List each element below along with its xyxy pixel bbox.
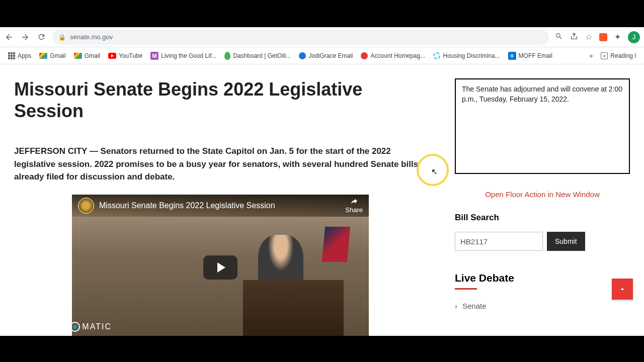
submit-button[interactable]: Submit xyxy=(547,232,585,251)
play-icon xyxy=(217,262,225,273)
reload-button[interactable] xyxy=(36,32,46,42)
live-debate-heading: Live Debate xyxy=(455,272,630,284)
video-channel-logo[interactable] xyxy=(78,198,94,214)
brave-icon[interactable] xyxy=(599,33,607,41)
screencast-watermark: RECORDED WITH SCREENCAST MATIC xyxy=(3,313,112,333)
m-icon: M xyxy=(150,52,158,60)
share-icon[interactable] xyxy=(570,32,578,42)
drop-icon xyxy=(224,52,230,60)
circle-icon xyxy=(299,52,306,59)
video-player[interactable]: Missouri Senate Begins 2022 Legislative … xyxy=(72,195,369,336)
article-lede: JEFFERSON CITY — Senators returned to th… xyxy=(14,145,430,184)
debate-item-senate[interactable]: › Senate xyxy=(455,302,630,310)
apps-icon xyxy=(8,52,15,59)
bill-search-form: Submit xyxy=(455,232,630,251)
profile-avatar[interactable]: J xyxy=(628,31,640,43)
url-text: senate.mo.gov xyxy=(70,33,113,41)
chevron-right-icon: › xyxy=(455,302,457,310)
gmail-icon xyxy=(39,53,47,59)
bookmark-living[interactable]: MLiving the Good Lif... xyxy=(147,50,219,62)
bill-search-heading: Bill Search xyxy=(455,213,630,223)
adjournment-notice: The Senate has adjourned and will conven… xyxy=(455,78,630,174)
bookmark-youtube[interactable]: YouTube xyxy=(105,50,145,61)
lock-icon: 🔒 xyxy=(58,34,66,41)
podium-graphic xyxy=(243,280,344,336)
video-share-button[interactable]: Share xyxy=(345,197,363,214)
chevron-up-icon xyxy=(618,285,627,294)
main-column: Missouri Senate Begins 2022 Legislative … xyxy=(14,78,430,336)
browser-window: 🔒 senate.mo.gov ☆ ✦ J Apps Gmail Gmail Y… xyxy=(0,27,644,336)
article-headline: Missouri Senate Begins 2022 Legislative … xyxy=(14,78,430,122)
bookmark-overflow[interactable]: » xyxy=(587,50,596,61)
bookmark-account[interactable]: Account Homepag... xyxy=(358,50,428,61)
letterbox-top xyxy=(0,0,644,27)
youtube-icon xyxy=(108,53,116,59)
watermark-logo-icon xyxy=(70,322,80,332)
bookmark-jodigrace[interactable]: JodiGrace Email xyxy=(296,50,356,61)
bookmarks-bar: Apps Gmail Gmail YouTube MLiving the Goo… xyxy=(0,47,644,64)
bill-search-input[interactable] xyxy=(455,232,543,251)
open-floor-action-link[interactable]: Open Floor Action in New Window xyxy=(455,190,630,199)
circle-icon xyxy=(361,52,368,59)
play-button[interactable] xyxy=(203,255,237,280)
bookmark-star-icon[interactable]: ☆ xyxy=(585,32,592,42)
forward-button[interactable] xyxy=(20,32,30,42)
zoom-icon[interactable] xyxy=(555,32,563,42)
bookmark-housing[interactable]: Housing Discrimina... xyxy=(430,50,503,61)
flag-graphic xyxy=(322,227,350,262)
outlook-icon: o xyxy=(508,52,516,60)
video-header: Missouri Senate Begins 2022 Legislative … xyxy=(72,195,369,217)
gmail-icon xyxy=(74,53,82,59)
scroll-to-top-button[interactable] xyxy=(612,279,633,300)
sidebar: The Senate has adjourned and will conven… xyxy=(455,78,630,336)
letterbox-bottom xyxy=(0,336,644,362)
page-content: Missouri Senate Begins 2022 Legislative … xyxy=(0,64,644,336)
bookmark-moff[interactable]: oMOFF Email xyxy=(505,50,555,62)
circle-icon xyxy=(433,52,440,59)
bookmark-gmail-2[interactable]: Gmail xyxy=(71,50,103,61)
bookmark-gmail-1[interactable]: Gmail xyxy=(36,50,68,61)
video-title[interactable]: Missouri Senate Begins 2022 Legislative … xyxy=(99,201,340,210)
back-button[interactable] xyxy=(4,32,14,42)
apps-button[interactable]: Apps xyxy=(5,50,34,61)
address-bar[interactable]: 🔒 senate.mo.gov xyxy=(52,30,549,45)
reading-list-button[interactable]: ≡Reading l xyxy=(598,50,639,61)
extensions-icon[interactable]: ✦ xyxy=(614,32,621,42)
bookmark-dashboard[interactable]: Dashboard | GetOili... xyxy=(221,50,294,62)
reading-icon: ≡ xyxy=(601,52,608,59)
browser-toolbar: 🔒 senate.mo.gov ☆ ✦ J xyxy=(0,27,644,47)
toolbar-actions: ☆ ✦ J xyxy=(555,31,640,43)
heading-underline xyxy=(455,288,477,290)
share-arrow-icon xyxy=(349,197,359,205)
